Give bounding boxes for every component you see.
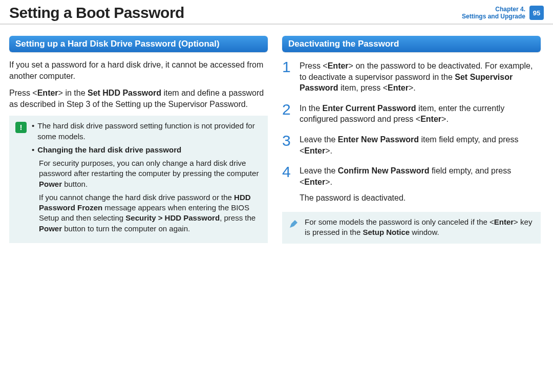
text: item, press <: [338, 83, 388, 92]
text: >.: [441, 115, 449, 123]
left-para-2: Press <Enter> in the Set HDD Password it…: [9, 88, 268, 110]
set-hdd-password-label: Set HDD Password: [88, 89, 161, 97]
alert-note-box: ! • The hard disk drive password setting…: [9, 116, 268, 243]
page-title: Setting a Boot Password: [9, 4, 184, 21]
chapter-block: Chapter 4. Settings and Upgrade 95: [462, 6, 544, 20]
text: For some models the password is only can…: [305, 217, 494, 226]
step-number: 1: [282, 59, 293, 94]
text: In the: [300, 104, 322, 113]
note-subtitle: Changing the hard disk drive password: [37, 145, 181, 155]
step-1: 1 Press <Enter> on the password to be de…: [282, 59, 541, 94]
info-note-box: For some models the password is only can…: [282, 212, 541, 244]
confirm-new-password-label: Confirm New Password: [338, 166, 430, 175]
text: >.: [409, 83, 416, 92]
page-header: Setting a Boot Password Chapter 4. Setti…: [0, 0, 553, 25]
note-text: The hard disk drive password setting fun…: [37, 121, 262, 142]
step-text: Leave the Enter New Password item field …: [300, 133, 541, 156]
alert-icon: !: [15, 122, 27, 133]
text: For security purposes, you can only chan…: [39, 159, 259, 178]
chapter-line-1: Chapter 4.: [462, 6, 525, 13]
enter-key: Enter: [328, 61, 349, 70]
note-sub-para-2: If you cannot change the hard disk drive…: [39, 192, 262, 234]
step-number: 4: [282, 164, 293, 204]
enter-key: Enter: [420, 115, 441, 123]
enter-key: Enter: [388, 83, 409, 92]
step-4-tail: The password is deactivated.: [300, 192, 541, 204]
text: >.: [325, 178, 332, 186]
note-body: • The hard disk drive password setting f…: [32, 121, 262, 237]
enter-key: Enter: [494, 217, 514, 226]
step-2: 2 In the Enter Current Password item, en…: [282, 102, 541, 125]
page-number-badge: 95: [529, 6, 544, 20]
note-bullet-1: • The hard disk drive password setting f…: [32, 121, 262, 142]
note-icon: [288, 218, 300, 229]
note-body: For some models the password is only can…: [305, 217, 535, 238]
step-3: 3 Leave the Enter New Password item fiel…: [282, 133, 541, 156]
step-number: 2: [282, 102, 293, 125]
text: , press the: [220, 213, 256, 222]
setup-notice-label: Setup Notice: [363, 228, 410, 236]
text: Leave the: [300, 166, 338, 175]
bullet-icon: •: [32, 121, 34, 142]
step-text: Leave the Confirm New Password field emp…: [300, 164, 541, 204]
power-label: Power: [39, 224, 62, 233]
step-text: Press <Enter> on the password to be deac…: [300, 59, 541, 94]
note-bullet-2: • Changing the hard disk drive password: [32, 145, 262, 155]
security-path-label: Security > HDD Password: [125, 213, 220, 222]
text: > in the: [58, 89, 88, 97]
enter-new-password-label: Enter New Password: [338, 135, 419, 144]
content-columns: Setting up a Hard Disk Drive Password (O…: [0, 25, 553, 249]
text: Press <: [300, 61, 328, 70]
enter-key: Enter: [37, 89, 58, 97]
enter-key: Enter: [304, 178, 325, 186]
left-column: Setting up a Hard Disk Drive Password (O…: [9, 36, 268, 244]
text: If you cannot change the hard disk drive…: [39, 193, 234, 202]
text: Leave the: [300, 135, 338, 144]
section-title-hdd-password: Setting up a Hard Disk Drive Password (O…: [9, 36, 268, 52]
left-para-1: If you set a password for a hard disk dr…: [9, 59, 268, 81]
text: Press <: [9, 89, 37, 97]
step-text: In the Enter Current Password item, ente…: [300, 102, 541, 125]
note-sub-para-1: For security purposes, you can only chan…: [39, 158, 262, 189]
power-label: Power: [39, 180, 62, 188]
section-title-deactivate: Deactivating the Password: [282, 36, 541, 52]
chapter-text: Chapter 4. Settings and Upgrade: [462, 6, 525, 20]
enter-current-password-label: Enter Current Password: [322, 104, 416, 113]
text: button to turn the computer on again.: [62, 224, 190, 233]
step-4: 4 Leave the Confirm New Password field e…: [282, 164, 541, 204]
text: window.: [410, 228, 439, 236]
enter-key: Enter: [304, 146, 325, 155]
bullet-icon: •: [32, 145, 34, 155]
text: >.: [325, 146, 332, 155]
right-column: Deactivating the Password 1 Press <Enter…: [282, 36, 541, 244]
text: button.: [62, 180, 88, 188]
chapter-line-2: Settings and Upgrade: [462, 13, 525, 20]
step-number: 3: [282, 133, 293, 156]
